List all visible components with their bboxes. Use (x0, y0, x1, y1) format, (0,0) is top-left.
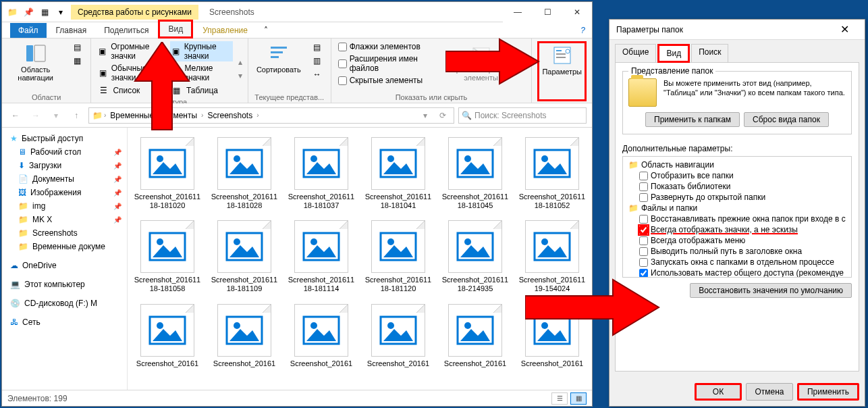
tab-home[interactable]: Главная (48, 23, 95, 38)
sidebar-documents[interactable]: 📄Документы📌 (2, 172, 127, 186)
file-item[interactable]: Screenshot_20161 (516, 301, 588, 371)
dialog-tab-search[interactable]: Поиск (691, 44, 728, 63)
dialog-tab-view[interactable]: Вид (657, 44, 690, 63)
tree-restore-previous[interactable]: Восстанавливать прежние окна папок при в… (626, 213, 848, 224)
layout-small[interactable]: ▫Мелкие значки (170, 63, 233, 83)
sidebar-desktop[interactable]: 🖥Рабочий стол📌 (2, 145, 127, 159)
tree-display-full-path[interactable]: Выводить полный путь в заголовке окна (626, 246, 848, 257)
tab-view[interactable]: Вид (158, 20, 193, 39)
sidebar-downloads[interactable]: ⬇Загрузки📌 (2, 159, 127, 172)
file-item[interactable]: Screenshot_20161118-181120 (362, 218, 434, 295)
navigation-pane-button[interactable]: Область навигации (7, 41, 63, 92)
close-button[interactable]: ✕ (562, 2, 592, 22)
file-item[interactable]: Screenshot_20161 (362, 301, 434, 371)
apply-to-folders-button[interactable]: Применить к папкам (645, 112, 740, 127)
breadcrumb-segment[interactable]: Временные документы (107, 109, 200, 122)
layout-medium[interactable]: ▣Обычные значки (97, 63, 165, 83)
tree-separate-process[interactable]: Запускать окна с папками в отдельном про… (626, 257, 848, 267)
forward-button[interactable]: → (28, 107, 44, 124)
up-button[interactable]: ↑ (68, 107, 84, 124)
sidebar-onedrive[interactable]: ☁OneDrive (2, 259, 127, 272)
file-extensions-toggle[interactable]: Расширения имен файлов (337, 53, 431, 74)
layout-tiles[interactable]: ▦Таблица (170, 84, 233, 97)
hide-selected-button[interactable]: Скрыть выбранные элементы (436, 41, 526, 92)
properties-icon[interactable]: ▦ (38, 6, 51, 18)
layout-list[interactable]: ☰Список (97, 84, 165, 97)
pin-icon: 📌 (113, 203, 121, 210)
file-item[interactable]: Screenshot_20161118-181045 (439, 134, 511, 212)
breadcrumb[interactable]: 📁 › Временные документы › Screenshots › … (88, 107, 454, 124)
sidebar-img[interactable]: 📁img📌 (2, 199, 127, 213)
pin-icon[interactable]: 📌 (22, 6, 34, 18)
file-item[interactable]: Screenshot_20161118-181020 (132, 134, 203, 212)
file-item[interactable]: Screenshot_20161118-214935 (439, 218, 511, 295)
item-checkboxes-toggle[interactable]: Флажки элементов (337, 41, 431, 52)
sidebar-this-pc[interactable]: 💻Этот компьютер (2, 278, 127, 291)
sidebar-mkx[interactable]: 📁MK X📌 (2, 213, 127, 226)
search-input[interactable]: 🔍 Поиск: Screenshots (458, 107, 587, 124)
file-item[interactable]: Screenshot_20161118-181037 (286, 134, 357, 212)
tree-expand-to-open[interactable]: Развернуть до открытой папки (626, 192, 848, 203)
minimize-button[interactable]: — (503, 2, 533, 22)
tree-files-and-folders[interactable]: 📁Файлы и папки (626, 203, 848, 213)
sort-button[interactable]: Сортировать (254, 41, 304, 92)
refresh-button[interactable]: ⟳ (435, 107, 451, 124)
layout-scroll-up[interactable]: ▴ (238, 57, 242, 67)
dropdown-icon[interactable]: ▾ (55, 6, 67, 18)
layout-scroll-down[interactable]: ▾ (238, 71, 242, 80)
sidebar-network[interactable]: 🖧Сеть (2, 315, 127, 329)
add-columns-button[interactable]: ▥ (309, 55, 325, 67)
sidebar-quick-access[interactable]: ★Быстрый доступ (2, 132, 127, 145)
dialog-close-button[interactable]: ✕ (831, 23, 858, 36)
group-by-button[interactable]: ▤ (309, 41, 325, 53)
tab-share[interactable]: Поделиться (96, 23, 157, 38)
hidden-items-toggle[interactable]: Скрытые элементы (337, 75, 431, 86)
layout-large[interactable]: ▣Крупные значки (170, 41, 233, 61)
files-pane[interactable]: Screenshot_20161118-181020Screenshot_201… (128, 128, 592, 390)
file-item[interactable]: Screenshot_20161119-154024 (516, 218, 588, 295)
file-item[interactable]: Screenshot_20161118-181058 (132, 218, 203, 295)
tree-nav-area[interactable]: 📁Область навигации (626, 159, 848, 170)
dialog-tab-general[interactable]: Общие (615, 44, 656, 63)
file-item[interactable]: Screenshot_20161118-181052 (516, 134, 588, 212)
reset-folders-button[interactable]: Сброс вида папок (744, 112, 829, 127)
size-columns-button[interactable]: ↔ (309, 68, 325, 80)
options-button[interactable]: Параметры (537, 41, 587, 101)
sidebar-temp-docs[interactable]: 📁Временные докуме (2, 240, 127, 253)
file-item[interactable]: Screenshot_20161118-181109 (209, 218, 280, 295)
details-view-button[interactable]: ☰ (551, 392, 568, 405)
address-dropdown[interactable]: ▾ (417, 107, 433, 124)
layout-extra-large[interactable]: ▣Огромные значки (97, 41, 165, 61)
file-item[interactable]: Screenshot_20161 (132, 301, 203, 371)
advanced-settings-tree[interactable]: 📁Область навигации Отобразить все папки … (622, 156, 852, 278)
file-item[interactable]: Screenshot_20161 (209, 301, 280, 371)
icons-view-button[interactable]: ▦ (570, 392, 587, 405)
tab-file[interactable]: Файл (10, 23, 47, 38)
tab-manage[interactable]: Управление (194, 23, 256, 38)
maximize-button[interactable]: ☐ (533, 2, 562, 22)
help-icon[interactable]: ? (574, 23, 592, 38)
ok-button[interactable]: ОК (695, 383, 742, 401)
tree-show-libraries[interactable]: Показать библиотеки (626, 181, 848, 192)
details-pane-button[interactable]: ▦ (69, 55, 85, 67)
tree-use-sharing-wizard[interactable]: Использовать мастер общего доступа (реко… (626, 267, 848, 278)
file-item[interactable]: Screenshot_20161118-181041 (362, 134, 434, 212)
sidebar-screenshots[interactable]: 📁Screenshots (2, 226, 127, 240)
back-button[interactable]: ← (7, 107, 24, 124)
breadcrumb-segment[interactable]: Screenshots (205, 109, 255, 122)
preview-pane-button[interactable]: ▤ (69, 41, 85, 53)
file-item[interactable]: Screenshot_20161 (439, 301, 511, 371)
cancel-button[interactable]: Отмена (746, 383, 793, 401)
apply-button[interactable]: Применить (797, 383, 859, 401)
file-item[interactable]: Screenshot_20161 (286, 301, 357, 371)
restore-defaults-button[interactable]: Восстановить значения по умолчанию (690, 283, 852, 298)
sidebar-cd-drive[interactable]: 💿CD-дисковод (F:) M (2, 297, 127, 310)
tree-always-show-icons[interactable]: Всегда отображать значки, а не эскизы (626, 224, 848, 235)
file-item[interactable]: Screenshot_20161118-181028 (209, 134, 280, 212)
collapse-ribbon-button[interactable]: ˄ (257, 23, 275, 38)
file-item[interactable]: Screenshot_20161118-181114 (286, 218, 357, 295)
recent-dropdown[interactable]: ▾ (48, 107, 64, 124)
tree-always-show-menus[interactable]: Всегда отображать меню (626, 235, 848, 246)
sidebar-pictures[interactable]: 🖼Изображения📌 (2, 186, 127, 199)
tree-show-all-folders[interactable]: Отобразить все папки (626, 170, 848, 181)
